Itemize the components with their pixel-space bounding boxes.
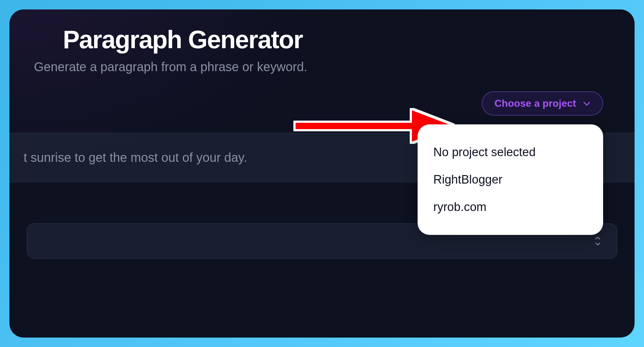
dropdown-option-ryrob[interactable]: ryrob.com bbox=[433, 193, 587, 221]
project-selector-row: Choose a project No project selected Rig… bbox=[9, 91, 635, 116]
choose-project-label: Choose a project bbox=[494, 98, 576, 109]
dropdown-option-no-project[interactable]: No project selected bbox=[433, 139, 587, 166]
keyword-input-text: t sunrise to get the most out of your da… bbox=[24, 151, 247, 164]
project-dropdown-menu: No project selected RightBlogger ryrob.c… bbox=[418, 124, 603, 235]
choose-project-button[interactable]: Choose a project bbox=[482, 91, 603, 116]
sort-updown-icon bbox=[594, 236, 601, 246]
page-subtitle: Generate a paragraph from a phrase or ke… bbox=[9, 60, 635, 74]
chevron-down-icon bbox=[583, 100, 591, 107]
app-panel: Paragraph Generator Generate a paragraph… bbox=[9, 9, 635, 338]
dropdown-option-rightblogger[interactable]: RightBlogger bbox=[433, 166, 587, 193]
page-title: Paragraph Generator bbox=[9, 25, 635, 54]
